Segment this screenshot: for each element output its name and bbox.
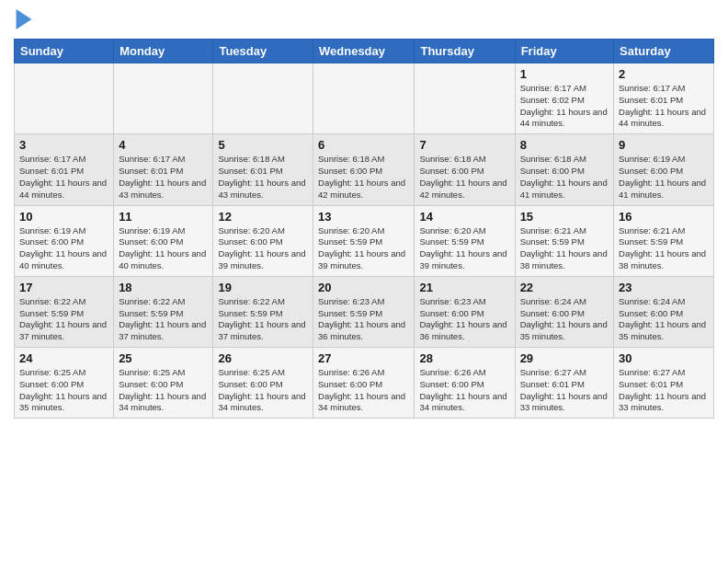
day-info: Sunrise: 6:18 AM Sunset: 6:00 PM Dayligh… (520, 154, 609, 201)
day-number: 7 (419, 138, 509, 152)
day-info: Sunrise: 6:17 AM Sunset: 6:02 PM Dayligh… (520, 83, 609, 130)
day-info: Sunrise: 6:22 AM Sunset: 5:59 PM Dayligh… (119, 296, 208, 343)
day-info: Sunrise: 6:18 AM Sunset: 6:01 PM Dayligh… (218, 154, 308, 201)
day-number: 1 (520, 67, 609, 81)
calendar-cell (213, 63, 313, 134)
calendar-cell: 6Sunrise: 6:18 AM Sunset: 6:00 PM Daylig… (313, 134, 415, 205)
calendar-cell: 3Sunrise: 6:17 AM Sunset: 6:01 PM Daylig… (15, 134, 114, 205)
calendar-cell: 25Sunrise: 6:25 AM Sunset: 6:00 PM Dayli… (114, 348, 213, 419)
day-number: 2 (619, 67, 709, 81)
calendar-cell: 5Sunrise: 6:18 AM Sunset: 6:01 PM Daylig… (213, 134, 313, 205)
calendar-cell: 4Sunrise: 6:17 AM Sunset: 6:01 PM Daylig… (114, 134, 213, 205)
calendar-cell (114, 63, 213, 134)
day-info: Sunrise: 6:23 AM Sunset: 5:59 PM Dayligh… (318, 296, 409, 343)
day-number: 5 (218, 138, 308, 152)
day-number: 18 (119, 281, 208, 294)
day-info: Sunrise: 6:19 AM Sunset: 6:00 PM Dayligh… (619, 154, 709, 201)
day-info: Sunrise: 6:24 AM Sunset: 6:00 PM Dayligh… (619, 296, 709, 343)
calendar-table: SundayMondayTuesdayWednesdayThursdayFrid… (14, 39, 714, 419)
day-info: Sunrise: 6:17 AM Sunset: 6:01 PM Dayligh… (119, 154, 208, 201)
calendar-cell: 13Sunrise: 6:20 AM Sunset: 5:59 PM Dayli… (313, 205, 415, 276)
day-number: 16 (619, 210, 709, 224)
day-number: 3 (19, 138, 108, 152)
logo (14, 9, 35, 33)
day-number: 21 (419, 281, 509, 294)
day-number: 26 (218, 351, 308, 365)
day-number: 15 (520, 210, 609, 224)
calendar-cell: 26Sunrise: 6:25 AM Sunset: 6:00 PM Dayli… (213, 348, 313, 419)
calendar-cell: 20Sunrise: 6:23 AM Sunset: 5:59 PM Dayli… (313, 276, 415, 347)
calendar-cell: 23Sunrise: 6:24 AM Sunset: 6:00 PM Dayli… (614, 276, 714, 347)
calendar-cell: 9Sunrise: 6:19 AM Sunset: 6:00 PM Daylig… (614, 134, 714, 205)
calendar-cell: 30Sunrise: 6:27 AM Sunset: 6:01 PM Dayli… (614, 348, 714, 419)
day-number: 10 (19, 210, 108, 224)
calendar-week-row: 24Sunrise: 6:25 AM Sunset: 6:00 PM Dayli… (15, 348, 714, 419)
calendar-cell: 12Sunrise: 6:20 AM Sunset: 6:00 PM Dayli… (213, 205, 313, 276)
weekday-header: Tuesday (213, 40, 313, 63)
day-info: Sunrise: 6:18 AM Sunset: 6:00 PM Dayligh… (419, 154, 509, 201)
day-number: 23 (619, 281, 709, 294)
day-number: 4 (119, 138, 208, 152)
calendar-cell: 14Sunrise: 6:20 AM Sunset: 5:59 PM Dayli… (415, 205, 515, 276)
calendar-body: 1Sunrise: 6:17 AM Sunset: 6:02 PM Daylig… (15, 63, 714, 419)
day-info: Sunrise: 6:25 AM Sunset: 6:00 PM Dayligh… (19, 367, 108, 414)
day-info: Sunrise: 6:26 AM Sunset: 6:00 PM Dayligh… (318, 367, 409, 414)
calendar-cell: 18Sunrise: 6:22 AM Sunset: 5:59 PM Dayli… (114, 276, 213, 347)
day-info: Sunrise: 6:19 AM Sunset: 6:00 PM Dayligh… (119, 225, 208, 272)
calendar-cell: 24Sunrise: 6:25 AM Sunset: 6:00 PM Dayli… (15, 348, 114, 419)
day-info: Sunrise: 6:19 AM Sunset: 6:00 PM Dayligh… (19, 225, 108, 272)
calendar-week-row: 10Sunrise: 6:19 AM Sunset: 6:00 PM Dayli… (15, 205, 714, 276)
day-info: Sunrise: 6:18 AM Sunset: 6:00 PM Dayligh… (318, 154, 409, 201)
day-number: 24 (19, 351, 108, 365)
calendar-week-row: 3Sunrise: 6:17 AM Sunset: 6:01 PM Daylig… (15, 134, 714, 205)
day-number: 25 (119, 351, 208, 365)
calendar-cell (313, 63, 415, 134)
calendar-cell: 10Sunrise: 6:19 AM Sunset: 6:00 PM Dayli… (15, 205, 114, 276)
calendar-cell (15, 63, 114, 134)
calendar-cell: 16Sunrise: 6:21 AM Sunset: 5:59 PM Dayli… (614, 205, 714, 276)
weekday-header: Monday (114, 40, 213, 63)
day-info: Sunrise: 6:25 AM Sunset: 6:00 PM Dayligh… (218, 367, 308, 414)
day-info: Sunrise: 6:24 AM Sunset: 6:00 PM Dayligh… (520, 296, 609, 343)
day-number: 20 (318, 281, 409, 294)
weekday-header: Friday (515, 40, 613, 63)
day-number: 28 (419, 351, 509, 365)
calendar-header-row: SundayMondayTuesdayWednesdayThursdayFrid… (15, 40, 714, 63)
calendar-cell: 8Sunrise: 6:18 AM Sunset: 6:00 PM Daylig… (515, 134, 613, 205)
day-number: 22 (520, 281, 609, 294)
calendar-cell: 27Sunrise: 6:26 AM Sunset: 6:00 PM Dayli… (313, 348, 415, 419)
day-info: Sunrise: 6:17 AM Sunset: 6:01 PM Dayligh… (19, 154, 108, 201)
calendar-cell: 2Sunrise: 6:17 AM Sunset: 6:01 PM Daylig… (614, 63, 714, 134)
day-info: Sunrise: 6:23 AM Sunset: 6:00 PM Dayligh… (419, 296, 509, 343)
calendar-cell: 29Sunrise: 6:27 AM Sunset: 6:01 PM Dayli… (515, 348, 613, 419)
day-number: 13 (318, 210, 409, 224)
weekday-header: Sunday (15, 40, 114, 63)
day-info: Sunrise: 6:26 AM Sunset: 6:00 PM Dayligh… (419, 367, 509, 414)
calendar-cell: 15Sunrise: 6:21 AM Sunset: 5:59 PM Dayli… (515, 205, 613, 276)
day-number: 6 (318, 138, 409, 152)
day-info: Sunrise: 6:27 AM Sunset: 6:01 PM Dayligh… (520, 367, 609, 414)
svg-marker-0 (17, 9, 32, 29)
day-number: 30 (619, 351, 709, 365)
day-number: 19 (218, 281, 308, 294)
day-number: 27 (318, 351, 409, 365)
day-number: 29 (520, 351, 609, 365)
day-info: Sunrise: 6:22 AM Sunset: 5:59 PM Dayligh… (19, 296, 108, 343)
day-info: Sunrise: 6:27 AM Sunset: 6:01 PM Dayligh… (619, 367, 709, 414)
calendar-cell: 19Sunrise: 6:22 AM Sunset: 5:59 PM Dayli… (213, 276, 313, 347)
day-info: Sunrise: 6:21 AM Sunset: 5:59 PM Dayligh… (619, 225, 709, 272)
day-info: Sunrise: 6:21 AM Sunset: 5:59 PM Dayligh… (520, 225, 609, 272)
calendar-cell: 7Sunrise: 6:18 AM Sunset: 6:00 PM Daylig… (415, 134, 515, 205)
weekday-header: Wednesday (313, 40, 415, 63)
day-info: Sunrise: 6:25 AM Sunset: 6:00 PM Dayligh… (119, 367, 208, 414)
day-number: 12 (218, 210, 308, 224)
day-info: Sunrise: 6:20 AM Sunset: 5:59 PM Dayligh… (318, 225, 409, 272)
day-info: Sunrise: 6:20 AM Sunset: 5:59 PM Dayligh… (419, 225, 509, 272)
day-info: Sunrise: 6:20 AM Sunset: 6:00 PM Dayligh… (218, 225, 308, 272)
calendar-week-row: 17Sunrise: 6:22 AM Sunset: 5:59 PM Dayli… (15, 276, 714, 347)
calendar-cell: 28Sunrise: 6:26 AM Sunset: 6:00 PM Dayli… (415, 348, 515, 419)
day-number: 11 (119, 210, 208, 224)
day-number: 8 (520, 138, 609, 152)
calendar-cell: 21Sunrise: 6:23 AM Sunset: 6:00 PM Dayli… (415, 276, 515, 347)
weekday-header: Saturday (614, 40, 714, 63)
